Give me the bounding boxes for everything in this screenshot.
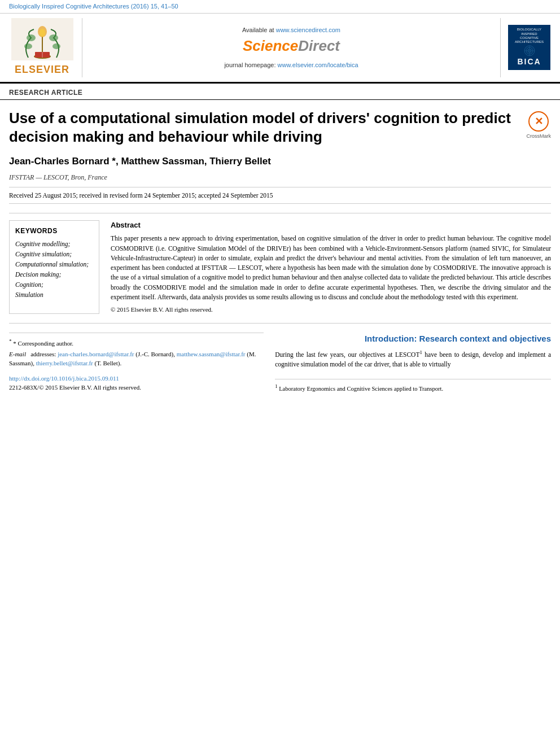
- corresponding-author-note: * * Corresponding author.: [9, 338, 264, 348]
- keyword-5: Cognition;: [15, 280, 93, 289]
- keywords-title: KEYWORDS: [15, 226, 93, 236]
- journal-citation: Biologically Inspired Cognitive Architec…: [9, 3, 178, 10]
- abstract-keywords-section: KEYWORDS Cognitive modelling; Cognitive …: [9, 213, 551, 314]
- journal-homepage-url[interactable]: www.elsevier.com/locate/bica: [278, 62, 358, 68]
- abstract-title: Abstract: [111, 220, 551, 230]
- authors-line: Jean-Charles Bornard *, Matthew Sassman,…: [9, 155, 551, 168]
- journal-center-header: Available at www.sciencedirect.com Scien…: [89, 18, 493, 77]
- crossmark-badge[interactable]: ✕ CrossMark: [526, 111, 551, 140]
- svg-point-7: [49, 34, 58, 41]
- introduction-text: During the last few years, our objective…: [275, 349, 551, 369]
- received-info: Received 25 August 2015; received in rev…: [9, 187, 551, 204]
- article-title: Use of a computational simulation model …: [9, 109, 517, 146]
- svg-point-6: [24, 43, 32, 49]
- title-section: Use of a computational simulation model …: [9, 109, 551, 146]
- doi-section: http://dx.doi.org/10.1016/j.bica.2015.09…: [9, 374, 264, 392]
- left-column: * * Corresponding author. E-mail address…: [9, 333, 264, 393]
- elsevier-wordmark: ELSEVIER: [15, 63, 69, 77]
- issn-text: 2212-683X/© 2015 Elsevier B.V. All right…: [9, 384, 141, 391]
- footnote-1: 1 Laboratory Ergonomics and Cognitive Sc…: [275, 383, 551, 393]
- elsevier-logo: ELSEVIER: [9, 18, 82, 77]
- elsevier-tree-icon: [11, 18, 73, 60]
- footnote-section: * * Corresponding author. E-mail address…: [9, 333, 264, 368]
- sciencedirect-url[interactable]: www.sciencedirect.com: [276, 27, 340, 33]
- crossmark-icon: ✕: [528, 111, 549, 132]
- sciencedirect-brand: ScienceDirect: [243, 36, 340, 56]
- introduction-title: Introduction: Research context and objec…: [275, 333, 551, 344]
- keywords-box: KEYWORDS Cognitive modelling; Cognitive …: [9, 220, 99, 314]
- two-column-section: * * Corresponding author. E-mail address…: [9, 333, 551, 393]
- email-addresses-note: E-mail addresses: jean-charles.bornard@i…: [9, 350, 264, 368]
- bica-radar-icon: [515, 45, 544, 56]
- abstract-box: Abstract This paper presents a new appro…: [111, 220, 551, 314]
- bica-title-text: BIOLOGICALLYINSPIREDCOGNITIVEARCHITECTUR…: [515, 28, 544, 44]
- keyword-1: Cognitive modelling;: [15, 239, 93, 248]
- bica-logo: BIOLOGICALLYINSPIREDCOGNITIVEARCHITECTUR…: [500, 18, 551, 77]
- abstract-text: This paper presents a new approach to dr…: [111, 234, 551, 302]
- direct-text: Direct: [298, 37, 340, 54]
- journal-topbar: Biologically Inspired Cognitive Architec…: [0, 0, 560, 14]
- keyword-6: Simulation: [15, 290, 93, 299]
- email-label: E-mail addresses:: [9, 351, 56, 357]
- doi-link[interactable]: http://dx.doi.org/10.1016/j.bica.2015.09…: [9, 375, 119, 382]
- bica-acronym: BICA: [517, 56, 541, 68]
- svg-point-8: [53, 43, 60, 49]
- crossmark-label: CrossMark: [526, 133, 551, 140]
- article-type-label: RESEARCH ARTICLE: [0, 84, 560, 101]
- copyright-notice: © 2015 Elsevier B.V. All rights reserved…: [111, 305, 551, 314]
- email-1-link[interactable]: jean-charles.bornard@ifsttar.fr: [58, 351, 134, 357]
- available-at-text: Available at www.sciencedirect.com: [242, 26, 340, 34]
- bica-box: BIOLOGICALLYINSPIREDCOGNITIVEARCHITECTUR…: [508, 25, 550, 70]
- keyword-4: Decision making;: [15, 270, 93, 279]
- keyword-3: Computationnal simulation;: [15, 260, 93, 269]
- keywords-list: Cognitive modelling; Cognitive simulatio…: [15, 239, 93, 300]
- email-3-link[interactable]: thierry.bellet@ifsttar.fr: [36, 360, 93, 366]
- svg-point-5: [27, 34, 36, 41]
- main-content: Use of a computational simulation model …: [0, 100, 560, 393]
- introduction-footnote-box: 1 Laboratory Ergonomics and Cognitive Sc…: [275, 379, 551, 393]
- journal-header: ELSEVIER Available at www.sciencedirect.…: [0, 14, 560, 83]
- affiliation: IFSTTAR — LESCOT, Bron, France: [9, 173, 551, 182]
- science-text: Science: [243, 37, 298, 54]
- right-column: Introduction: Research context and objec…: [275, 333, 551, 393]
- keyword-2: Cognitive simulation;: [15, 250, 93, 259]
- journal-homepage-line: journal homepage: www.elsevier.com/locat…: [224, 61, 358, 69]
- section-divider: [9, 323, 551, 324]
- svg-point-4: [40, 29, 45, 37]
- email-2-link[interactable]: matthew.sassman@ifsttar.fr: [177, 351, 246, 357]
